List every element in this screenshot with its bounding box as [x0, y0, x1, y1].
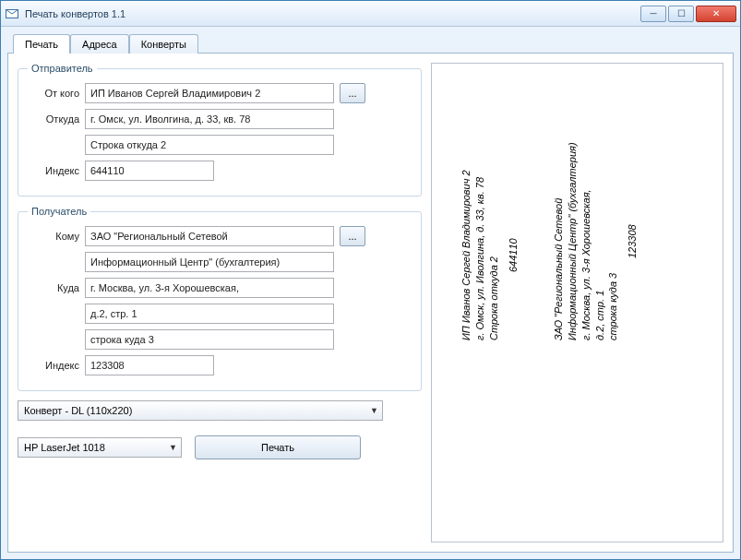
tab-envelopes[interactable]: Конверты [129, 34, 198, 54]
chevron-down-icon: ▼ [370, 406, 378, 415]
recipient-addr3-input[interactable] [85, 329, 334, 350]
maximize-button[interactable]: ☐ [668, 6, 694, 22]
recipient-addr2-input[interactable] [85, 304, 334, 324]
sender-browse-button[interactable]: ... [340, 83, 365, 103]
envelope-preview: ИП Иванов Сергей Владимирович 2 г. Омск,… [431, 63, 723, 542]
sender-group: Отправитель От кого ... Откуда [18, 63, 422, 197]
printer-select-value: HP LaserJet 1018 [24, 442, 105, 453]
recipient-addr1-input[interactable] [85, 278, 334, 298]
envelope-select[interactable]: Конверт - DL (110x220) ▼ [18, 400, 383, 421]
recipient-group: Получатель Кому ... Куда [18, 206, 422, 391]
sender-index-label: Индекс [28, 165, 79, 176]
preview-recipient: ЗАО "Региональный Сетевой Информационный… [552, 142, 639, 340]
close-button[interactable]: ✕ [696, 6, 736, 22]
minimize-button[interactable]: ─ [640, 6, 666, 22]
to1-input[interactable] [85, 226, 334, 246]
sender-legend: Отправитель [28, 63, 97, 74]
printer-select[interactable]: HP LaserJet 1018 ▼ [18, 437, 182, 458]
recipient-index-label: Индекс [28, 360, 79, 371]
recipient-where-label: Куда [28, 282, 79, 293]
chevron-down-icon: ▼ [169, 443, 177, 452]
sender-addr2-input[interactable] [85, 135, 334, 155]
tab-strip: Печать Адреса Конверты [13, 33, 734, 53]
window-body: Печать Адреса Конверты Отправитель От ко… [1, 27, 740, 559]
bottom-row: HP LaserJet 1018 ▼ Печать [18, 435, 422, 459]
from-label: От кого [28, 88, 79, 99]
left-column: Отправитель От кого ... Откуда [18, 63, 422, 542]
print-button[interactable]: Печать [195, 435, 361, 459]
preview-sender: ИП Иванов Сергей Владимирович 2 г. Омск,… [460, 170, 520, 340]
window-title: Печать конвертов 1.1 [25, 8, 640, 19]
from-input[interactable] [85, 83, 334, 103]
tab-print[interactable]: Печать [13, 34, 70, 54]
to-label: Кому [28, 231, 79, 242]
window-buttons: ─ ☐ ✕ [640, 6, 736, 22]
envelope-icon [5, 6, 19, 21]
sender-index-input[interactable] [85, 161, 214, 181]
recipient-index-input[interactable] [85, 355, 214, 375]
tab-panel-print: Отправитель От кого ... Откуда [7, 53, 734, 553]
recipient-legend: Получатель [28, 206, 90, 217]
sender-where-label: Откуда [28, 113, 79, 125]
sender-addr1-input[interactable] [85, 109, 334, 129]
envelope-select-value: Конверт - DL (110x220) [24, 405, 132, 416]
to2-input[interactable] [85, 252, 334, 272]
titlebar: Печать конвертов 1.1 ─ ☐ ✕ [1, 1, 740, 27]
recipient-browse-button[interactable]: ... [340, 226, 365, 246]
tab-addresses[interactable]: Адреса [70, 34, 129, 54]
app-window: Печать конвертов 1.1 ─ ☐ ✕ Печать Адреса… [0, 0, 741, 560]
